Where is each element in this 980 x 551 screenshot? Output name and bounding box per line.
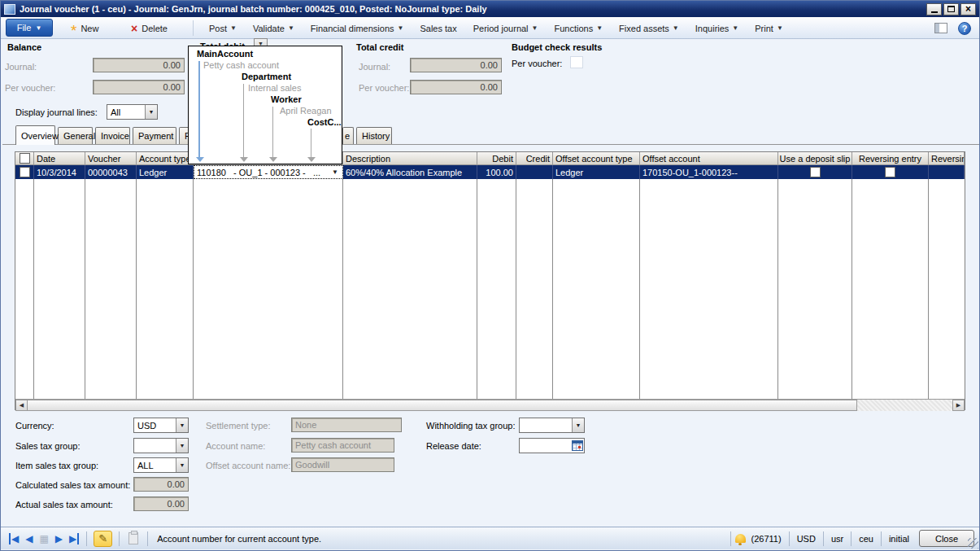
tab-payment[interactable]: Payment <box>133 127 176 144</box>
budget-per-voucher-indicator <box>570 56 583 68</box>
status-currency[interactable]: USD <box>794 534 819 544</box>
dropdown-arrow-icon[interactable]: ▼ <box>330 168 340 176</box>
alert-count[interactable]: (26711) <box>748 534 785 544</box>
select-all-checkbox-cell[interactable] <box>15 152 34 165</box>
next-record-icon[interactable]: ▶ <box>55 533 63 544</box>
first-record-icon[interactable]: ◀ <box>9 533 19 544</box>
dropdown-arrow-icon[interactable]: ▼ <box>176 458 188 472</box>
close-button[interactable]: Close <box>919 530 974 547</box>
dropdown-arrow-icon[interactable]: ▼ <box>145 105 157 119</box>
dropdown-arrow-icon[interactable]: ▼ <box>572 418 584 432</box>
new-button[interactable]: * New <box>71 17 98 39</box>
account-name-field: Petty cash account <box>291 438 394 453</box>
dimension-arrow-icon <box>269 107 277 162</box>
status-user[interactable]: usr <box>828 534 847 544</box>
notification-bell-icon[interactable] <box>735 534 746 543</box>
col-header-description[interactable]: Description <box>343 152 477 165</box>
cell-reversing-date[interactable] <box>929 165 965 179</box>
dimension-name: Worker <box>271 94 302 104</box>
budget-per-voucher-label: Per voucher: <box>512 59 562 68</box>
menu-fixed-assets[interactable]: Fixed assets▼ <box>619 24 679 33</box>
tab-history[interactable]: History <box>356 127 392 144</box>
dropdown-arrow-icon[interactable]: ▼ <box>176 418 188 432</box>
scrollbar-thumb[interactable] <box>28 400 857 411</box>
grid-view-icon[interactable]: ▦ <box>39 533 48 544</box>
menu-inquiries[interactable]: Inquiries▼ <box>695 24 739 33</box>
cell-date[interactable]: 10/3/2014 <box>34 165 85 179</box>
item-sales-tax-group-label: Item sales tax group: <box>15 461 98 470</box>
status-partition[interactable]: initial <box>886 534 912 544</box>
col-header-credit[interactable]: Credit <box>516 152 553 165</box>
cell-account-type[interactable]: Ledger <box>137 165 194 179</box>
edit-record-icon[interactable]: ✎ <box>94 531 112 547</box>
menu-validate[interactable]: Validate▼ <box>253 24 294 33</box>
close-window-button[interactable]: × <box>960 3 976 15</box>
col-header-offset-account[interactable]: Offset account <box>640 152 778 165</box>
cell-offset-account-type[interactable]: Ledger <box>553 165 640 179</box>
tab-obscured-2[interactable]: e <box>342 127 354 144</box>
display-journal-lines-select[interactable]: All ▼ <box>107 104 158 120</box>
tab-general[interactable]: General <box>58 127 93 144</box>
account-dimension-tooltip: MainAccount Petty cash account Departmen… <box>188 46 342 164</box>
chevron-down-icon: ▼ <box>230 24 237 32</box>
scroll-right-icon[interactable]: ▶ <box>952 400 965 411</box>
release-date-input[interactable] <box>519 438 585 453</box>
status-company[interactable]: ceu <box>856 534 877 544</box>
budget-group-title: Budget check results <box>512 42 602 52</box>
minimize-button[interactable] <box>926 3 942 15</box>
col-header-account-type[interactable]: Account type <box>137 152 194 165</box>
use-deposit-slip-checkbox[interactable] <box>810 167 821 177</box>
offset-account-name-field: Goodwill <box>291 457 394 472</box>
col-header-date[interactable]: Date <box>34 152 85 165</box>
maximize-button[interactable] <box>943 3 959 15</box>
previous-record-icon[interactable]: ◀ <box>25 533 33 544</box>
last-record-icon[interactable]: ▶ <box>69 533 79 544</box>
file-menu-button[interactable]: File ▼ <box>6 19 53 37</box>
tab-overview[interactable]: Overview <box>15 125 55 145</box>
cell-voucher[interactable]: 00000043 <box>85 165 137 179</box>
cell-credit[interactable] <box>516 165 553 179</box>
col-header-offset-account-type[interactable]: Offset account type <box>553 152 640 165</box>
clipboard-icon[interactable] <box>128 532 138 544</box>
horizontal-scrollbar[interactable]: ◀ ▶ <box>15 399 965 411</box>
resize-grip[interactable] <box>968 538 978 549</box>
calendar-icon[interactable] <box>572 440 583 451</box>
sales-tax-group-select[interactable]: ▼ <box>133 438 189 453</box>
menu-financial-dimensions[interactable]: Financial dimensions▼ <box>311 24 404 33</box>
col-header-use-deposit-slip[interactable]: Use a deposit slip <box>778 152 852 165</box>
settlement-type-label: Settlement type: <box>206 421 271 431</box>
cell-offset-account[interactable]: 170150-OU_1-000123-- <box>640 165 778 179</box>
dropdown-arrow-icon[interactable]: ▼ <box>176 439 188 453</box>
new-star-icon: * <box>71 27 76 35</box>
cell-account-input[interactable]: 110180 - OU_1 - 000123 - ... ▼ <box>194 165 343 179</box>
scrollbar-track[interactable] <box>857 400 952 411</box>
window-title: Journal voucher (1 - ceu) - Journal: Gen… <box>20 4 923 14</box>
col-header-voucher[interactable]: Voucher <box>85 152 137 165</box>
release-date-label: Release date: <box>426 441 481 451</box>
menu-functions[interactable]: Functions▼ <box>554 24 603 33</box>
currency-select[interactable]: USD ▼ <box>133 418 189 433</box>
tab-panel-edge <box>2 144 979 145</box>
menu-print[interactable]: Print▼ <box>755 24 783 33</box>
menu-sales-tax[interactable]: Sales tax <box>420 24 456 33</box>
menu-post[interactable]: Post▼ <box>209 24 237 33</box>
col-header-reversing-entry[interactable]: Reversing entry <box>852 152 929 165</box>
row-checkbox[interactable] <box>20 167 30 177</box>
balance-per-voucher-label: Per voucher: <box>5 83 55 93</box>
withholding-tax-group-select[interactable]: ▼ <box>519 418 585 433</box>
menu-period-journal[interactable]: Period journal▼ <box>473 24 538 33</box>
col-header-reversing-date[interactable]: Reversin <box>929 152 965 165</box>
table-row[interactable]: 10/3/2014 00000043 Ledger 110180 - OU_1 … <box>15 165 965 179</box>
tab-invoice[interactable]: Invoice <box>95 127 130 144</box>
cell-description[interactable]: 60%/40% Allocation Example <box>343 165 477 179</box>
help-icon[interactable]: ? <box>958 22 971 35</box>
col-header-debit[interactable]: Debit <box>477 152 516 165</box>
scroll-left-icon[interactable]: ◀ <box>15 400 28 411</box>
layout-pane-icon[interactable] <box>934 23 947 33</box>
dimension-value: Petty cash account <box>203 60 279 70</box>
reversing-entry-checkbox[interactable] <box>885 167 895 177</box>
cell-debit[interactable]: 100.00 <box>477 165 516 179</box>
item-sales-tax-group-select[interactable]: ALL ▼ <box>133 457 189 473</box>
chevron-down-icon: ▼ <box>673 24 679 32</box>
delete-button[interactable]: × Delete <box>131 17 168 39</box>
